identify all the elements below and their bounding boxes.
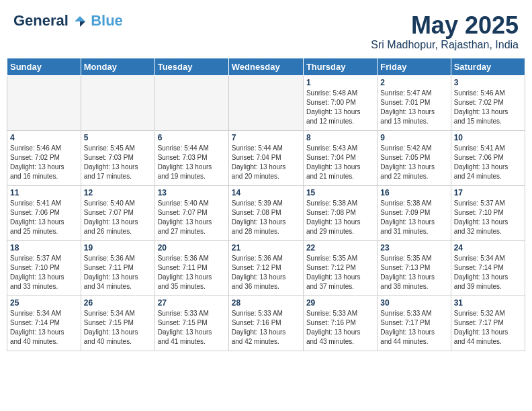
- weekday-header-wednesday: Wednesday: [228, 58, 303, 75]
- calendar-week-5: 25Sunrise: 5:34 AMSunset: 7:14 PMDayligh…: [7, 295, 525, 351]
- calendar-cell: 21Sunrise: 5:36 AMSunset: 7:12 PMDayligh…: [228, 240, 303, 295]
- calendar-cell: [154, 75, 228, 130]
- day-number: 19: [84, 243, 152, 253]
- logo: General Blue: [13, 12, 123, 30]
- logo-general: General: [13, 12, 69, 29]
- day-info: Sunrise: 5:47 AMSunset: 7:01 PMDaylight:…: [380, 89, 447, 126]
- day-info: Sunrise: 5:41 AMSunset: 7:06 PMDaylight:…: [454, 144, 522, 181]
- calendar-cell: 19Sunrise: 5:36 AMSunset: 7:11 PMDayligh…: [81, 240, 154, 295]
- day-info: Sunrise: 5:38 AMSunset: 7:09 PMDaylight:…: [380, 199, 447, 236]
- calendar-cell: 28Sunrise: 5:33 AMSunset: 7:16 PMDayligh…: [228, 295, 303, 351]
- day-number: 3: [454, 78, 522, 87]
- calendar-week-1: 1Sunrise: 5:48 AMSunset: 7:00 PMDaylight…: [7, 75, 525, 130]
- calendar-cell: 20Sunrise: 5:36 AMSunset: 7:11 PMDayligh…: [154, 240, 228, 295]
- day-number: 9: [380, 133, 447, 142]
- day-info: Sunrise: 5:42 AMSunset: 7:05 PMDaylight:…: [380, 144, 447, 181]
- day-info: Sunrise: 5:35 AMSunset: 7:13 PMDaylight:…: [380, 254, 447, 291]
- svg-marker-0: [75, 16, 85, 21]
- day-info: Sunrise: 5:34 AMSunset: 7:14 PMDaylight:…: [454, 254, 522, 291]
- month-title: May 2025: [371, 12, 519, 39]
- day-info: Sunrise: 5:33 AMSunset: 7:15 PMDaylight:…: [158, 309, 226, 347]
- calendar-cell: 31Sunrise: 5:32 AMSunset: 7:17 PMDayligh…: [451, 295, 525, 351]
- calendar-cell: 1Sunrise: 5:48 AMSunset: 7:00 PMDaylight…: [303, 75, 377, 130]
- day-info: Sunrise: 5:41 AMSunset: 7:06 PMDaylight:…: [10, 199, 78, 236]
- page-header: General Blue May 2025 Sri Madhopur, Raja…: [7, 7, 525, 54]
- calendar-cell: 4Sunrise: 5:46 AMSunset: 7:02 PMDaylight…: [7, 130, 81, 185]
- calendar-body: 1Sunrise: 5:48 AMSunset: 7:00 PMDaylight…: [7, 75, 525, 351]
- day-number: 4: [10, 133, 78, 142]
- calendar-table: SundayMondayTuesdayWednesdayThursdayFrid…: [7, 58, 525, 351]
- day-number: 20: [158, 243, 226, 253]
- day-number: 22: [306, 243, 374, 253]
- calendar-week-2: 4Sunrise: 5:46 AMSunset: 7:02 PMDaylight…: [7, 130, 525, 185]
- day-number: 29: [306, 298, 374, 308]
- day-info: Sunrise: 5:34 AMSunset: 7:14 PMDaylight:…: [10, 309, 78, 347]
- day-info: Sunrise: 5:46 AMSunset: 7:02 PMDaylight:…: [10, 144, 78, 181]
- calendar-cell: 12Sunrise: 5:40 AMSunset: 7:07 PMDayligh…: [81, 185, 154, 240]
- day-info: Sunrise: 5:37 AMSunset: 7:10 PMDaylight:…: [454, 199, 522, 236]
- day-number: 15: [306, 188, 374, 197]
- calendar-cell: 6Sunrise: 5:44 AMSunset: 7:03 PMDaylight…: [154, 130, 228, 185]
- logo-blue: Blue: [69, 12, 123, 29]
- day-number: 13: [158, 188, 226, 197]
- day-number: 24: [454, 243, 522, 253]
- calendar-cell: 23Sunrise: 5:35 AMSunset: 7:13 PMDayligh…: [378, 240, 451, 295]
- day-info: Sunrise: 5:36 AMSunset: 7:11 PMDaylight:…: [158, 254, 226, 291]
- calendar-cell: 13Sunrise: 5:40 AMSunset: 7:07 PMDayligh…: [154, 185, 228, 240]
- day-info: Sunrise: 5:37 AMSunset: 7:10 PMDaylight:…: [10, 254, 78, 291]
- calendar-cell: 7Sunrise: 5:44 AMSunset: 7:04 PMDaylight…: [228, 130, 303, 185]
- calendar-week-3: 11Sunrise: 5:41 AMSunset: 7:06 PMDayligh…: [7, 185, 525, 240]
- day-info: Sunrise: 5:44 AMSunset: 7:03 PMDaylight:…: [158, 144, 226, 181]
- day-number: 27: [158, 298, 226, 308]
- day-number: 18: [10, 243, 78, 253]
- day-number: 25: [10, 298, 78, 308]
- day-info: Sunrise: 5:38 AMSunset: 7:08 PMDaylight:…: [306, 199, 374, 236]
- logo-icon: [73, 15, 87, 28]
- weekday-header-row: SundayMondayTuesdayWednesdayThursdayFrid…: [7, 58, 525, 75]
- calendar-cell: 25Sunrise: 5:34 AMSunset: 7:14 PMDayligh…: [7, 295, 81, 351]
- day-info: Sunrise: 5:48 AMSunset: 7:00 PMDaylight:…: [306, 89, 374, 126]
- day-number: 17: [454, 188, 522, 197]
- location-subtitle: Sri Madhopur, Rajasthan, India: [371, 39, 519, 51]
- day-number: 23: [380, 243, 447, 253]
- day-number: 1: [306, 78, 374, 87]
- day-info: Sunrise: 5:45 AMSunset: 7:03 PMDaylight:…: [84, 144, 152, 181]
- calendar-cell: 9Sunrise: 5:42 AMSunset: 7:05 PMDaylight…: [378, 130, 451, 185]
- day-number: 14: [232, 188, 300, 197]
- weekday-header-tuesday: Tuesday: [154, 58, 228, 75]
- day-number: 30: [380, 298, 447, 308]
- calendar-cell: 15Sunrise: 5:38 AMSunset: 7:08 PMDayligh…: [303, 185, 377, 240]
- svg-marker-1: [80, 21, 85, 27]
- day-info: Sunrise: 5:35 AMSunset: 7:12 PMDaylight:…: [306, 254, 374, 291]
- weekday-header-friday: Friday: [378, 58, 451, 75]
- day-info: Sunrise: 5:32 AMSunset: 7:17 PMDaylight:…: [454, 309, 522, 347]
- day-number: 10: [454, 133, 522, 142]
- day-info: Sunrise: 5:33 AMSunset: 7:16 PMDaylight:…: [232, 309, 300, 347]
- calendar-cell: [7, 75, 81, 130]
- weekday-header-monday: Monday: [81, 58, 154, 75]
- calendar-cell: 16Sunrise: 5:38 AMSunset: 7:09 PMDayligh…: [378, 185, 451, 240]
- calendar-cell: 30Sunrise: 5:33 AMSunset: 7:17 PMDayligh…: [378, 295, 451, 351]
- calendar-cell: 29Sunrise: 5:33 AMSunset: 7:16 PMDayligh…: [303, 295, 377, 351]
- day-number: 16: [380, 188, 447, 197]
- calendar-cell: 11Sunrise: 5:41 AMSunset: 7:06 PMDayligh…: [7, 185, 81, 240]
- day-info: Sunrise: 5:40 AMSunset: 7:07 PMDaylight:…: [84, 199, 152, 236]
- calendar-cell: 14Sunrise: 5:39 AMSunset: 7:08 PMDayligh…: [228, 185, 303, 240]
- weekday-header-thursday: Thursday: [303, 58, 377, 75]
- weekday-header-saturday: Saturday: [451, 58, 525, 75]
- calendar-cell: 17Sunrise: 5:37 AMSunset: 7:10 PMDayligh…: [451, 185, 525, 240]
- day-info: Sunrise: 5:46 AMSunset: 7:02 PMDaylight:…: [454, 89, 522, 126]
- calendar-header: SundayMondayTuesdayWednesdayThursdayFrid…: [7, 58, 525, 75]
- calendar-cell: 27Sunrise: 5:33 AMSunset: 7:15 PMDayligh…: [154, 295, 228, 351]
- calendar-cell: 8Sunrise: 5:43 AMSunset: 7:04 PMDaylight…: [303, 130, 377, 185]
- day-number: 26: [84, 298, 152, 308]
- calendar-cell: 18Sunrise: 5:37 AMSunset: 7:10 PMDayligh…: [7, 240, 81, 295]
- day-number: 7: [232, 133, 300, 142]
- calendar-cell: 3Sunrise: 5:46 AMSunset: 7:02 PMDaylight…: [451, 75, 525, 130]
- day-number: 11: [10, 188, 78, 197]
- day-info: Sunrise: 5:33 AMSunset: 7:17 PMDaylight:…: [380, 309, 447, 347]
- day-number: 5: [84, 133, 152, 142]
- day-info: Sunrise: 5:43 AMSunset: 7:04 PMDaylight:…: [306, 144, 374, 181]
- day-info: Sunrise: 5:36 AMSunset: 7:12 PMDaylight:…: [232, 254, 300, 291]
- calendar-cell: 10Sunrise: 5:41 AMSunset: 7:06 PMDayligh…: [451, 130, 525, 185]
